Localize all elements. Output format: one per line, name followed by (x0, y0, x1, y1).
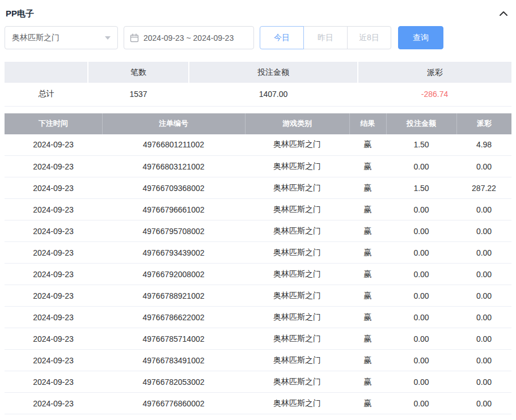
cell-payout: 0.00 (456, 285, 511, 307)
table-row: 2024-09-23 49766793439002 奥林匹斯之门 赢 0.00 … (5, 242, 511, 264)
cell-game-category: 奥林匹斯之门 (245, 328, 349, 350)
cell-payout: 0.00 (456, 350, 511, 371)
col-header-bet-time: 下注时间 (5, 113, 102, 134)
cell-bet-amount: 0.00 (386, 350, 456, 371)
cell-game-category: 奥林匹斯之门 (245, 220, 349, 242)
cell-game-category: 奥林匹斯之门 (245, 242, 349, 264)
summary-header-row: 笔数 投注金额 派彩 (5, 62, 511, 83)
cell-result: 赢 (349, 371, 386, 393)
cell-payout: 4.98 (456, 134, 511, 156)
cell-payout: 0.00 (456, 371, 511, 393)
collapse-button[interactable] (497, 7, 510, 20)
cell-game-category: 奥林匹斯之门 (245, 199, 349, 220)
cell-result: 赢 (349, 285, 386, 307)
summary-payout-value: -286.74 (358, 83, 511, 106)
cell-result: 赢 (349, 177, 386, 199)
cell-order-number: 49766801211002 (102, 134, 245, 156)
last-8-days-button[interactable]: 近8日 (347, 26, 391, 49)
cell-game-category: 奥林匹斯之门 (245, 307, 349, 328)
quick-date-button-group: 今日 昨日 近8日 (260, 26, 391, 49)
cell-order-number: 49766782053002 (102, 371, 245, 393)
col-header-payout: 派彩 (456, 113, 511, 134)
cell-order-number: 49766803121002 (102, 156, 245, 177)
summary-header-payout: 派彩 (358, 62, 511, 83)
table-row: 2024-09-23 49766786622002 奥林匹斯之门 赢 0.00 … (5, 307, 511, 328)
calendar-icon (130, 33, 139, 43)
cell-order-number: 49766786622002 (102, 307, 245, 328)
chevron-up-icon (499, 11, 508, 16)
cell-bet-time: 2024-09-23 (5, 328, 102, 350)
chevron-down-icon (105, 36, 111, 40)
cell-result: 赢 (349, 393, 386, 414)
records-table: 下注时间 注单编号 游戏类别 结果 投注金额 派彩 2024-09-23 497… (5, 113, 511, 415)
cell-payout: 0.00 (456, 220, 511, 242)
summary-header-blank (5, 62, 88, 83)
table-row: 2024-09-23 49766801211002 奥林匹斯之门 赢 1.50 … (5, 134, 511, 156)
date-range-picker[interactable]: 2024-09-23 ~ 2024-09-23 (124, 26, 254, 49)
cell-order-number: 49766792008002 (102, 264, 245, 285)
records-table-body: 2024-09-23 49766801211002 奥林匹斯之门 赢 1.50 … (5, 134, 511, 414)
cell-order-number: 49766785714002 (102, 328, 245, 350)
page-title: PP电子 (6, 9, 34, 19)
records-header-row: 下注时间 注单编号 游戏类别 结果 投注金额 派彩 (5, 113, 511, 134)
cell-bet-time: 2024-09-23 (5, 350, 102, 371)
cell-order-number: 49766793439002 (102, 242, 245, 264)
cell-bet-amount: 0.00 (386, 285, 456, 307)
cell-bet-time: 2024-09-23 (5, 393, 102, 414)
cell-payout: 0.00 (456, 156, 511, 177)
cell-payout: 0.00 (456, 199, 511, 220)
table-row: 2024-09-23 49766709368002 奥林匹斯之门 赢 1.50 … (5, 177, 511, 199)
col-header-result: 结果 (349, 113, 386, 134)
cell-bet-time: 2024-09-23 (5, 285, 102, 307)
cell-bet-amount: 0.00 (386, 371, 456, 393)
cell-payout: 0.00 (456, 328, 511, 350)
yesterday-button[interactable]: 昨日 (303, 26, 348, 49)
col-header-game-category: 游戏类别 (245, 113, 349, 134)
cell-bet-amount: 0.00 (386, 220, 456, 242)
cell-bet-time: 2024-09-23 (5, 264, 102, 285)
summary-count-value: 1537 (88, 83, 189, 106)
cell-bet-amount: 0.00 (386, 242, 456, 264)
cell-game-category: 奥林匹斯之门 (245, 371, 349, 393)
cell-order-number: 49766796661002 (102, 199, 245, 220)
pp-electronic-panel: PP电子 奥林匹斯之门 2024-09-23 ~ (0, 0, 516, 419)
cell-bet-time: 2024-09-23 (5, 242, 102, 264)
game-select[interactable]: 奥林匹斯之门 (5, 26, 118, 49)
today-button[interactable]: 今日 (260, 26, 304, 49)
cell-bet-time: 2024-09-23 (5, 156, 102, 177)
cell-result: 赢 (349, 220, 386, 242)
cell-bet-amount: 0.00 (386, 328, 456, 350)
table-row: 2024-09-23 49766788921002 奥林匹斯之门 赢 0.00 … (5, 285, 511, 307)
cell-order-number: 49766776860002 (102, 393, 245, 414)
cell-bet-amount: 1.50 (386, 134, 456, 156)
cell-result: 赢 (349, 156, 386, 177)
cell-bet-amount: 0.00 (386, 393, 456, 414)
cell-order-number: 49766788921002 (102, 285, 245, 307)
cell-game-category: 奥林匹斯之门 (245, 134, 349, 156)
table-row: 2024-09-23 49766776860002 奥林匹斯之门 赢 0.00 … (5, 393, 511, 414)
cell-bet-time: 2024-09-23 (5, 220, 102, 242)
summary-table: 笔数 投注金额 派彩 总计 1537 1407.00 -286.74 (5, 62, 511, 107)
cell-payout: 287.22 (456, 177, 511, 199)
cell-game-category: 奥林匹斯之门 (245, 156, 349, 177)
cell-result: 赢 (349, 328, 386, 350)
table-row: 2024-09-23 49766796661002 奥林匹斯之门 赢 0.00 … (5, 199, 511, 220)
cell-game-category: 奥林匹斯之门 (245, 393, 349, 414)
query-button[interactable]: 查询 (398, 26, 443, 49)
cell-game-category: 奥林匹斯之门 (245, 285, 349, 307)
summary-bet-amount-value: 1407.00 (189, 83, 358, 106)
summary-header-bet-amount: 投注金额 (189, 62, 358, 83)
cell-result: 赢 (349, 264, 386, 285)
cell-game-category: 奥林匹斯之门 (245, 350, 349, 371)
col-header-order-number: 注单编号 (102, 113, 245, 134)
cell-game-category: 奥林匹斯之门 (245, 264, 349, 285)
cell-payout: 0.00 (456, 264, 511, 285)
cell-order-number: 49766795708002 (102, 220, 245, 242)
cell-payout: 0.00 (456, 242, 511, 264)
panel-header: PP电子 (5, 5, 511, 23)
cell-result: 赢 (349, 199, 386, 220)
table-row: 2024-09-23 49766785714002 奥林匹斯之门 赢 0.00 … (5, 328, 511, 350)
cell-bet-amount: 0.00 (386, 264, 456, 285)
cell-bet-time: 2024-09-23 (5, 307, 102, 328)
cell-result: 赢 (349, 242, 386, 264)
